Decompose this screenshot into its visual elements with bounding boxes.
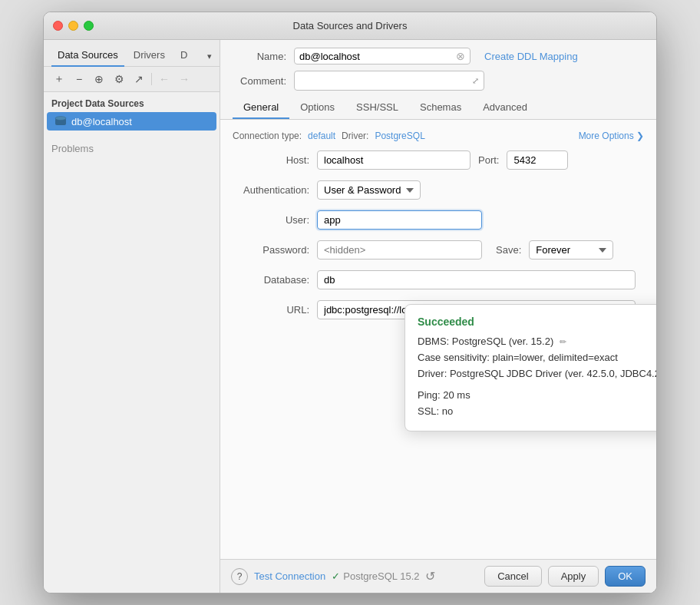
- host-label: Host:: [233, 154, 309, 166]
- database-row: Database:: [233, 270, 644, 289]
- test-result: ✓ PostgreSQL 15.2: [332, 570, 419, 582]
- tab-schemas[interactable]: Schemas: [409, 97, 472, 119]
- tab-d[interactable]: D: [174, 46, 193, 67]
- back-button[interactable]: ←: [155, 70, 173, 88]
- driver-label: Driver:: [342, 131, 368, 141]
- save-label: Save:: [496, 244, 521, 256]
- test-result-text: PostgreSQL 15.2: [343, 570, 419, 582]
- comment-input-wrapper: ⤢: [294, 71, 484, 91]
- password-label: Password:: [233, 244, 309, 256]
- tab-general[interactable]: General: [233, 97, 289, 119]
- tab-options[interactable]: Options: [289, 97, 345, 119]
- driver-line: Driver: PostgreSQL JDBC Driver (ver. 42.…: [418, 366, 656, 382]
- remove-button[interactable]: −: [70, 70, 88, 88]
- toolbar-separator: [151, 73, 152, 85]
- main-window: Data Sources and Drivers Data Sources Dr…: [43, 12, 657, 593]
- tab-ssh-ssl[interactable]: SSH/SSL: [345, 97, 409, 119]
- host-row: Host: Port:: [233, 150, 644, 170]
- settings-button[interactable]: ⚙: [110, 70, 128, 88]
- add-button[interactable]: ＋: [50, 70, 68, 88]
- test-connection-button[interactable]: Test Connection: [254, 570, 325, 582]
- host-input[interactable]: [317, 150, 471, 170]
- ping-line: Ping: 20 ms: [418, 388, 656, 404]
- name-input-wrapper: ⊗: [294, 48, 471, 64]
- url-label: URL:: [233, 304, 309, 316]
- name-input[interactable]: [299, 51, 453, 62]
- name-clear-icon[interactable]: ⊗: [456, 50, 465, 62]
- panel-tabs-row: General Options SSH/SSL Schemas Advanced: [233, 97, 644, 119]
- database-label: Database:: [233, 274, 309, 286]
- traffic-lights: [53, 21, 94, 31]
- tab-data-sources[interactable]: Data Sources: [51, 46, 124, 67]
- help-button[interactable]: ?: [231, 568, 248, 585]
- conn-type-value[interactable]: default: [308, 131, 335, 141]
- comment-expand-icon[interactable]: ⤢: [472, 76, 479, 86]
- sidebar-item-label: db@localhost: [71, 116, 132, 127]
- port-input[interactable]: [507, 150, 568, 170]
- case-line: Case sensitivity: plain=lower, delimited…: [418, 350, 656, 366]
- tab-advanced[interactable]: Advanced: [472, 97, 538, 119]
- ok-button[interactable]: OK: [605, 566, 646, 587]
- connection-type-row: Connection type: default Driver: Postgre…: [233, 131, 644, 141]
- popup-body: DBMS: PostgreSQL (ver. 15.2) ✏ Case sens…: [418, 334, 656, 420]
- conn-type-left: Connection type: default Driver: Postgre…: [233, 131, 425, 141]
- sidebar-item-db-localhost[interactable]: db@localhost: [47, 112, 216, 131]
- cancel-button[interactable]: Cancel: [484, 566, 541, 587]
- ssl-line: SSL: no: [418, 404, 656, 420]
- forward-button[interactable]: →: [175, 70, 193, 88]
- edit-icon[interactable]: ✏: [560, 337, 566, 346]
- sidebar-toolbar: ＋ − ⊕ ⚙ ↗ ← →: [44, 67, 220, 92]
- succeeded-text: Succeeded: [418, 316, 474, 328]
- password-input[interactable]: [317, 240, 482, 260]
- port-label: Port:: [478, 154, 499, 166]
- section-header: Project Data Sources: [44, 92, 220, 112]
- auth-select[interactable]: User & Password No auth pgpass: [317, 180, 421, 200]
- auth-row: Authentication: User & Password No auth …: [233, 180, 644, 200]
- password-row: Password: Save: Forever Until restart Ne…: [233, 240, 644, 260]
- comment-row: Comment: ⤢: [233, 71, 644, 91]
- db-icon: [54, 115, 67, 127]
- popup-header: Succeeded Copy: [418, 316, 656, 328]
- copy-datasource-button[interactable]: ⊕: [90, 70, 108, 88]
- dbms-line: DBMS: PostgreSQL (ver. 15.2) ✏: [418, 334, 656, 350]
- more-options-link[interactable]: More Options ❯: [579, 131, 644, 141]
- save-select[interactable]: Forever Until restart Never: [529, 240, 613, 260]
- problems-section: Problems: [44, 137, 220, 160]
- window-title: Data Sources and Drivers: [293, 20, 408, 31]
- tabs-dropdown-icon[interactable]: ▾: [207, 51, 212, 61]
- refresh-button[interactable]: ↺: [425, 569, 435, 584]
- tab-drivers[interactable]: Drivers: [127, 46, 171, 67]
- sidebar: Data Sources Drivers D ▾ ＋ − ⊕ ⚙ ↗ ← → P…: [44, 40, 220, 593]
- apply-button[interactable]: Apply: [548, 566, 599, 587]
- user-row: User:: [233, 210, 644, 230]
- name-label: Name:: [233, 51, 286, 62]
- sidebar-tabs: Data Sources Drivers D ▾: [44, 40, 220, 67]
- database-input[interactable]: [317, 270, 636, 289]
- user-label: User:: [233, 214, 309, 226]
- main-content: Data Sources Drivers D ▾ ＋ − ⊕ ⚙ ↗ ← → P…: [44, 40, 656, 593]
- conn-type-label: Connection type:: [233, 131, 302, 141]
- close-button[interactable]: [53, 21, 63, 31]
- minimize-button[interactable]: [68, 21, 78, 31]
- name-row: Name: ⊗ Create DDL Mapping: [233, 48, 644, 64]
- user-input[interactable]: [317, 210, 482, 230]
- titlebar: Data Sources and Drivers: [44, 12, 656, 40]
- right-header: Name: ⊗ Create DDL Mapping Comment: ⤢: [220, 40, 656, 120]
- comment-input[interactable]: [299, 75, 472, 87]
- check-icon: ✓: [332, 570, 340, 582]
- bottom-bar: ? Test Connection ✓ PostgreSQL 15.2 ↺ Ca…: [220, 559, 656, 593]
- maximize-button[interactable]: [84, 21, 94, 31]
- comment-label: Comment:: [233, 75, 286, 87]
- connection-result-popup: Succeeded Copy DBMS: PostgreSQL (ver. 15…: [404, 304, 656, 431]
- auth-label: Authentication:: [233, 184, 309, 196]
- action-buttons: Cancel Apply OK: [484, 566, 646, 587]
- right-panel: Name: ⊗ Create DDL Mapping Comment: ⤢: [220, 40, 656, 593]
- driver-value[interactable]: PostgreSQL: [375, 131, 424, 141]
- test-connection-row: Test Connection ✓ PostgreSQL 15.2 ↺: [254, 569, 478, 584]
- open-button[interactable]: ↗: [130, 70, 148, 88]
- create-ddl-link[interactable]: Create DDL Mapping: [484, 51, 578, 62]
- form-area: Connection type: default Driver: Postgre…: [220, 120, 656, 559]
